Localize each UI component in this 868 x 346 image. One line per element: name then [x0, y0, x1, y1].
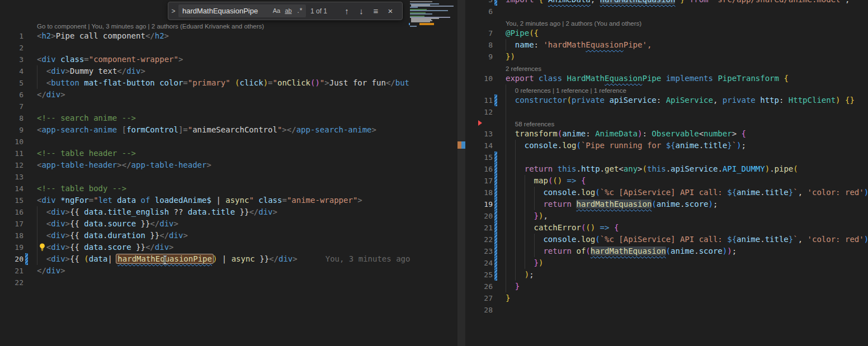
- line-number: 23: [465, 245, 493, 257]
- regex-button[interactable]: .*: [294, 5, 306, 17]
- code-line[interactable]: 11<!-- table header -->: [0, 148, 459, 159]
- modified-line-indicator: [494, 0, 497, 6]
- modified-line-indicator: [494, 163, 497, 175]
- code-line[interactable]: 5import { AnimeData, hardMathEquasion } …: [465, 0, 868, 6]
- next-match-button[interactable]: ↓: [354, 6, 369, 16]
- code-line[interactable]: 7@Pipe({: [465, 27, 868, 39]
- code-line[interactable]: 7: [0, 101, 459, 112]
- modified-line-indicator: [494, 222, 497, 234]
- code-line[interactable]: 21 catchError(() => {: [465, 222, 868, 234]
- editor-right[interactable]: 5import { AnimeData, hardMathEquasion } …: [465, 0, 868, 346]
- line-number: 7: [465, 27, 493, 39]
- code-line[interactable]: 1<h2>Pipe call component</h2>: [0, 30, 459, 42]
- code-line[interactable]: 9}): [465, 51, 868, 63]
- code-line[interactable]: 12<app-table-header></app-table-header>: [0, 159, 459, 171]
- code-line[interactable]: 8<!-- search anime -->: [0, 112, 459, 124]
- line-number: 18: [0, 230, 23, 241]
- modified-line-indicator: [494, 245, 497, 257]
- code-lens[interactable]: 58 references: [465, 118, 868, 128]
- code-line[interactable]: 16 return this.http.get<any>(this.apiSer…: [465, 163, 868, 175]
- line-number: 12: [0, 159, 23, 171]
- code-lens[interactable]: You, 2 minutes ago | 2 authors (You and …: [465, 17, 868, 27]
- previous-match-button[interactable]: ↑: [339, 6, 354, 16]
- line-number: 3: [0, 54, 23, 65]
- code-line[interactable]: 19 <div>{{ data.score }}</div>: [0, 241, 459, 253]
- line-number: 26: [465, 281, 493, 292]
- line-number: 15: [465, 151, 493, 163]
- match-case-button[interactable]: Aa: [271, 5, 282, 17]
- line-number: 7: [0, 101, 23, 112]
- code-line[interactable]: 5 <button mat-flat-button color="primary…: [0, 77, 459, 89]
- code-line[interactable]: 22 console.log(`%c [ApiService] API call…: [465, 234, 868, 245]
- whole-word-button[interactable]: ab: [282, 5, 294, 17]
- code-line[interactable]: 20 }),: [465, 210, 868, 222]
- search-input[interactable]: [178, 7, 271, 15]
- code-line[interactable]: 15: [465, 151, 868, 163]
- line-number: 18: [465, 187, 493, 198]
- code-line[interactable]: 10export class HardMathEquasionPipe impl…: [465, 73, 868, 84]
- overview-find-marker: [457, 141, 461, 149]
- line-number: 25: [465, 269, 493, 281]
- line-number: 20: [465, 210, 493, 222]
- line-number: 5: [0, 77, 23, 89]
- deleted-lines-marker[interactable]: [478, 120, 482, 126]
- code-line[interactable]: 28: [465, 304, 868, 316]
- line-number: 28: [465, 304, 493, 316]
- code-line[interactable]: 23 return of(hardMathEquasion(anime.scor…: [465, 245, 868, 257]
- toggle-replace-button[interactable]: >: [168, 7, 178, 15]
- close-button[interactable]: ×: [383, 6, 398, 16]
- overview-modified-marker: [461, 141, 465, 149]
- code-line[interactable]: 16 <div>{{ data.title_english ?? data.ti…: [0, 206, 459, 218]
- line-number: 1: [0, 30, 23, 42]
- modified-line-indicator: [25, 253, 28, 265]
- line-number: 19: [465, 198, 493, 210]
- code-line[interactable]: 18 <div>{{ data.duration }}</div>: [0, 230, 459, 241]
- code-line[interactable]: 9<app-search-anime [formControl]="animeS…: [0, 124, 459, 136]
- code-line[interactable]: 26 }: [465, 281, 868, 292]
- line-number: 16: [465, 163, 493, 175]
- line-number: 9: [0, 124, 23, 136]
- code-line[interactable]: 14 console.log(`Pipe running for ${anime…: [465, 140, 868, 151]
- code-line[interactable]: 6: [465, 6, 868, 17]
- scrollbar[interactable]: [457, 0, 465, 346]
- code-line[interactable]: 4 <div>Dummy text</div>: [0, 65, 459, 77]
- code-lens[interactable]: Go to component | You, 3 minutes ago | 2…: [0, 20, 459, 30]
- minimap[interactable]: [409, 1, 457, 30]
- line-number: 21: [465, 222, 493, 234]
- line-number: 17: [0, 218, 23, 230]
- code-line[interactable]: 13 transform(anime: AnimeData): Observab…: [465, 128, 868, 140]
- line-number: 16: [0, 206, 23, 218]
- code-line[interactable]: 20 <div>{{ (data| hardMathEquasionPipe) …: [0, 253, 459, 265]
- code-line[interactable]: 17 <div>{{ data.source }}</div>: [0, 218, 459, 230]
- line-number: 12: [465, 106, 493, 118]
- code-line[interactable]: 25 );: [465, 269, 868, 281]
- code-line[interactable]: 13: [0, 171, 459, 183]
- modified-line-indicator: [494, 187, 497, 198]
- find-in-selection-button[interactable]: ≡: [369, 6, 383, 16]
- code-line[interactable]: 17 map(() => {: [465, 175, 868, 187]
- find-widget: > Aa ab .* 1 of 1 ↑ ↓ ≡ ×: [168, 2, 403, 20]
- code-line[interactable]: 27}: [465, 292, 868, 304]
- code-line[interactable]: 14<!-- table body -->: [0, 183, 459, 195]
- code-line[interactable]: 24 }): [465, 257, 868, 269]
- code-lens[interactable]: 2 references: [465, 63, 868, 73]
- modified-line-indicator: [494, 94, 497, 106]
- code-line[interactable]: 12: [465, 106, 868, 118]
- modified-line-indicator: [494, 234, 497, 245]
- line-number: 10: [465, 73, 493, 84]
- code-line[interactable]: 22: [0, 277, 459, 288]
- line-number: 9: [465, 51, 493, 63]
- code-line[interactable]: 2: [0, 42, 459, 54]
- code-line[interactable]: 3<div class="component-wrapper">: [0, 54, 459, 65]
- code-line[interactable]: 19 return hardMathEquasion(anime.score);: [465, 198, 868, 210]
- code-line[interactable]: 6</div>: [0, 89, 459, 101]
- find-results-count: 1 of 1: [310, 7, 339, 15]
- code-lens[interactable]: 0 references | 1 reference | 1 reference: [465, 84, 868, 94]
- code-line[interactable]: 18 console.log(`%c [ApiService] API call…: [465, 187, 868, 198]
- code-line[interactable]: 10: [0, 136, 459, 148]
- editor-left[interactable]: Go to component | You, 3 minutes ago | 2…: [0, 0, 459, 346]
- code-line[interactable]: 21</div>: [0, 265, 459, 277]
- code-line[interactable]: 11 constructor(private apiService: ApiSe…: [465, 94, 868, 106]
- code-line[interactable]: 15<div *ngFor="let data of loadedAnime$ …: [0, 195, 459, 206]
- code-line[interactable]: 8 name: 'hardMathEquasionPipe',: [465, 39, 868, 51]
